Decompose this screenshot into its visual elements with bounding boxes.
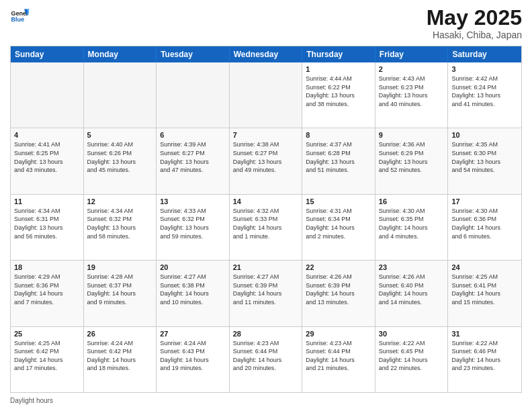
cal-cell: 28Sunrise: 4:23 AM Sunset: 6:44 PM Dayli… xyxy=(230,327,303,392)
cell-details: Sunrise: 4:22 AM Sunset: 6:45 PM Dayligh… xyxy=(379,339,445,373)
cell-details: Sunrise: 4:43 AM Sunset: 6:23 PM Dayligh… xyxy=(379,75,445,108)
cell-details: Sunrise: 4:27 AM Sunset: 6:38 PM Dayligh… xyxy=(160,273,226,306)
cal-cell: 7Sunrise: 4:38 AM Sunset: 6:27 PM Daylig… xyxy=(230,128,303,193)
cell-details: Sunrise: 4:24 AM Sunset: 6:42 PM Dayligh… xyxy=(87,339,153,373)
cal-cell: 25Sunrise: 4:25 AM Sunset: 6:42 PM Dayli… xyxy=(11,327,84,392)
day-number: 16 xyxy=(379,197,445,205)
cal-header-cell-sunday: Sunday xyxy=(11,46,84,62)
cal-header-cell-friday: Friday xyxy=(375,46,449,62)
footer: Daylight hours xyxy=(10,397,522,404)
day-number: 6 xyxy=(160,131,226,139)
cal-header-cell-tuesday: Tuesday xyxy=(157,46,230,62)
cal-cell: 30Sunrise: 4:22 AM Sunset: 6:45 PM Dayli… xyxy=(375,327,449,392)
cell-details: Sunrise: 4:42 AM Sunset: 6:24 PM Dayligh… xyxy=(451,75,518,108)
svg-text:Blue: Blue xyxy=(11,16,24,23)
calendar-header: SundayMondayTuesdayWednesdayThursdayFrid… xyxy=(11,46,521,62)
cal-cell: 20Sunrise: 4:27 AM Sunset: 6:38 PM Dayli… xyxy=(157,261,230,326)
cal-cell: 15Sunrise: 4:31 AM Sunset: 6:34 PM Dayli… xyxy=(302,195,375,260)
cal-cell: 2Sunrise: 4:43 AM Sunset: 6:23 PM Daylig… xyxy=(375,62,449,128)
day-number: 29 xyxy=(306,330,371,338)
page-container: General Blue May 2025 Hasaki, Chiba, Jap… xyxy=(0,0,532,411)
cal-cell: 18Sunrise: 4:29 AM Sunset: 6:36 PM Dayli… xyxy=(11,261,84,326)
header: General Blue May 2025 Hasaki, Chiba, Jap… xyxy=(10,7,522,40)
day-number: 5 xyxy=(87,131,153,139)
cal-cell: 1Sunrise: 4:44 AM Sunset: 6:22 PM Daylig… xyxy=(302,62,375,128)
cal-cell xyxy=(84,62,157,128)
cal-row-1: 4Sunrise: 4:41 AM Sunset: 6:25 PM Daylig… xyxy=(11,128,521,193)
cal-cell: 10Sunrise: 4:35 AM Sunset: 6:30 PM Dayli… xyxy=(448,128,521,193)
day-number: 23 xyxy=(379,263,445,271)
month-title: May 2025 xyxy=(427,7,522,28)
cell-details: Sunrise: 4:26 AM Sunset: 6:40 PM Dayligh… xyxy=(379,273,445,306)
day-number: 19 xyxy=(87,263,153,271)
cal-cell: 31Sunrise: 4:22 AM Sunset: 6:46 PM Dayli… xyxy=(448,327,521,392)
cal-cell: 11Sunrise: 4:34 AM Sunset: 6:31 PM Dayli… xyxy=(11,195,84,260)
day-number: 12 xyxy=(87,197,153,205)
cal-header-cell-thursday: Thursday xyxy=(302,46,375,62)
cell-details: Sunrise: 4:22 AM Sunset: 6:46 PM Dayligh… xyxy=(451,339,518,373)
subtitle: Hasaki, Chiba, Japan xyxy=(427,30,522,40)
cal-cell xyxy=(157,62,230,128)
day-number: 24 xyxy=(451,263,518,271)
calendar: SundayMondayTuesdayWednesdayThursdayFrid… xyxy=(10,46,522,393)
day-number: 20 xyxy=(160,263,226,271)
calendar-body: 1Sunrise: 4:44 AM Sunset: 6:22 PM Daylig… xyxy=(11,62,521,392)
cal-cell: 27Sunrise: 4:24 AM Sunset: 6:43 PM Dayli… xyxy=(157,327,230,392)
cell-details: Sunrise: 4:34 AM Sunset: 6:31 PM Dayligh… xyxy=(14,207,80,240)
cal-cell: 17Sunrise: 4:30 AM Sunset: 6:36 PM Dayli… xyxy=(448,195,521,260)
day-number: 1 xyxy=(306,65,371,73)
logo: General Blue xyxy=(10,7,29,26)
cal-cell: 5Sunrise: 4:40 AM Sunset: 6:26 PM Daylig… xyxy=(84,128,157,193)
day-number: 28 xyxy=(233,330,299,338)
day-number: 8 xyxy=(306,131,371,139)
day-number: 26 xyxy=(87,330,153,338)
cal-row-4: 25Sunrise: 4:25 AM Sunset: 6:42 PM Dayli… xyxy=(11,326,521,392)
cell-details: Sunrise: 4:34 AM Sunset: 6:32 PM Dayligh… xyxy=(87,207,153,240)
cal-row-0: 1Sunrise: 4:44 AM Sunset: 6:22 PM Daylig… xyxy=(11,62,521,128)
cell-details: Sunrise: 4:38 AM Sunset: 6:27 PM Dayligh… xyxy=(233,140,299,174)
cell-details: Sunrise: 4:25 AM Sunset: 6:42 PM Dayligh… xyxy=(14,339,80,373)
cell-details: Sunrise: 4:39 AM Sunset: 6:27 PM Dayligh… xyxy=(160,140,226,174)
cal-cell: 26Sunrise: 4:24 AM Sunset: 6:42 PM Dayli… xyxy=(84,327,157,392)
cell-details: Sunrise: 4:33 AM Sunset: 6:32 PM Dayligh… xyxy=(160,207,226,240)
day-number: 11 xyxy=(14,197,80,205)
cal-header-cell-monday: Monday xyxy=(84,46,157,62)
day-number: 31 xyxy=(451,330,518,338)
cal-cell: 8Sunrise: 4:37 AM Sunset: 6:28 PM Daylig… xyxy=(302,128,375,193)
cal-cell: 19Sunrise: 4:28 AM Sunset: 6:37 PM Dayli… xyxy=(84,261,157,326)
cell-details: Sunrise: 4:25 AM Sunset: 6:41 PM Dayligh… xyxy=(451,273,518,306)
day-number: 2 xyxy=(379,65,445,73)
cell-details: Sunrise: 4:30 AM Sunset: 6:36 PM Dayligh… xyxy=(451,207,518,240)
cell-details: Sunrise: 4:29 AM Sunset: 6:36 PM Dayligh… xyxy=(14,273,80,306)
cal-header-cell-saturday: Saturday xyxy=(448,46,521,62)
day-number: 21 xyxy=(233,263,299,271)
day-number: 25 xyxy=(14,330,80,338)
day-number: 22 xyxy=(306,263,371,271)
cal-cell: 9Sunrise: 4:36 AM Sunset: 6:29 PM Daylig… xyxy=(375,128,449,193)
cell-details: Sunrise: 4:30 AM Sunset: 6:35 PM Dayligh… xyxy=(379,207,445,240)
cell-details: Sunrise: 4:24 AM Sunset: 6:43 PM Dayligh… xyxy=(160,339,226,373)
cal-cell: 22Sunrise: 4:26 AM Sunset: 6:39 PM Dayli… xyxy=(302,261,375,326)
cell-details: Sunrise: 4:40 AM Sunset: 6:26 PM Dayligh… xyxy=(87,140,153,174)
day-number: 15 xyxy=(306,197,371,205)
cal-cell: 14Sunrise: 4:32 AM Sunset: 6:33 PM Dayli… xyxy=(230,195,303,260)
day-number: 4 xyxy=(14,131,80,139)
day-number: 27 xyxy=(160,330,226,338)
cal-cell: 12Sunrise: 4:34 AM Sunset: 6:32 PM Dayli… xyxy=(84,195,157,260)
day-number: 7 xyxy=(233,131,299,139)
title-block: May 2025 Hasaki, Chiba, Japan xyxy=(427,7,522,40)
cal-cell: 4Sunrise: 4:41 AM Sunset: 6:25 PM Daylig… xyxy=(11,128,84,193)
cell-details: Sunrise: 4:32 AM Sunset: 6:33 PM Dayligh… xyxy=(233,207,299,240)
cal-cell: 24Sunrise: 4:25 AM Sunset: 6:41 PM Dayli… xyxy=(448,261,521,326)
cal-cell: 3Sunrise: 4:42 AM Sunset: 6:24 PM Daylig… xyxy=(448,62,521,128)
logo-icon: General Blue xyxy=(10,7,29,26)
day-number: 17 xyxy=(451,197,518,205)
cell-details: Sunrise: 4:23 AM Sunset: 6:44 PM Dayligh… xyxy=(233,339,299,373)
cell-details: Sunrise: 4:37 AM Sunset: 6:28 PM Dayligh… xyxy=(306,140,371,174)
cal-cell: 29Sunrise: 4:23 AM Sunset: 6:44 PM Dayli… xyxy=(302,327,375,392)
cal-cell: 16Sunrise: 4:30 AM Sunset: 6:35 PM Dayli… xyxy=(375,195,449,260)
day-number: 14 xyxy=(233,197,299,205)
day-number: 10 xyxy=(451,131,518,139)
day-number: 18 xyxy=(14,263,80,271)
cell-details: Sunrise: 4:44 AM Sunset: 6:22 PM Dayligh… xyxy=(306,75,371,108)
